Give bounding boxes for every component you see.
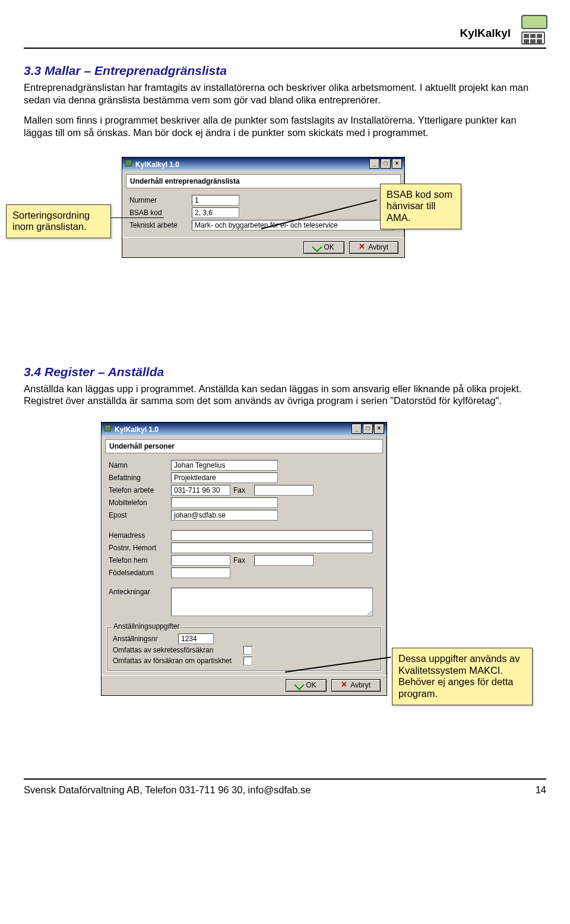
window-title: KylKalkyl 1.0	[135, 160, 179, 169]
cancel-button-2[interactable]: Avbryt	[331, 679, 381, 692]
label-tel-hem: Telefon hem	[109, 556, 171, 565]
cancel-label: Avbryt	[368, 243, 388, 251]
label-befattning: Befattning	[109, 474, 171, 482]
ok-button[interactable]: OK	[303, 241, 344, 254]
titlebar[interactable]: KylKalkyl 1.0 _ □ ×	[122, 157, 404, 171]
label-hemadress: Hemadress	[109, 531, 171, 540]
calculator-icon	[521, 15, 546, 43]
dialog-entreprenad: KylKalkyl 1.0 _ □ × Underhåll entreprena…	[122, 157, 405, 258]
app-icon	[125, 159, 132, 167]
label-postnr: Postnr, Hemort	[109, 544, 171, 552]
titlebar-2[interactable]: KylKalkyl 1.0 _ □ ×	[102, 422, 387, 436]
page-number: 14	[536, 784, 546, 796]
maximize-button[interactable]: □	[381, 159, 391, 169]
label-namn: Namn	[109, 461, 171, 469]
dialog-personer: KylKalkyl 1.0 _ □ × Underhåll personer N…	[101, 422, 387, 696]
dialog-heading: Underhåll entreprenadgränslista	[126, 174, 401, 188]
cancel-button[interactable]: Avbryt	[349, 241, 398, 254]
para-3-4-1: Anställda kan läggas upp i programmet. A…	[24, 383, 546, 407]
label-anstnr: Anställningsnr	[113, 635, 178, 643]
callout-bsab: BSAB kod som hänvisar till AMA.	[380, 184, 461, 229]
para-3-3-1: Entreprenadgränslistan har framtagits av…	[24, 81, 546, 106]
label-bsab: BSAB kod	[129, 209, 192, 217]
ok-label: OK	[306, 681, 316, 689]
label-fax: Fax	[230, 486, 254, 494]
para-3-3-2: Mallen som finns i programmet beskriver …	[24, 114, 546, 138]
label-fax2: Fax	[230, 556, 254, 565]
input-epost[interactable]	[171, 510, 278, 521]
figure-3-4: KylKalkyl 1.0 _ □ × Underhåll personer N…	[24, 422, 546, 755]
input-fax2[interactable]	[254, 555, 314, 566]
label-mobil: Mobiltelefon	[109, 499, 171, 507]
label-tekniskt: Tekniskt arbete	[129, 221, 192, 229]
input-bsab[interactable]	[192, 207, 239, 218]
maximize-button[interactable]: □	[363, 424, 373, 434]
input-fax[interactable]	[254, 485, 314, 496]
ok-label: OK	[324, 243, 334, 251]
input-postnr[interactable]	[171, 543, 373, 553]
ok-button-2[interactable]: OK	[286, 679, 327, 692]
figure-3-3: Sorteringsordning inom gränslistan. BSAB…	[24, 157, 546, 341]
heading-3-4: 3.4 Register – Anställda	[24, 365, 546, 379]
input-namn[interactable]	[171, 460, 278, 471]
close-button[interactable]: ×	[374, 424, 384, 434]
doc-title: KylKalkyl	[460, 27, 511, 40]
checkbox-sekretess[interactable]	[243, 646, 252, 655]
dialog2-heading: Underhåll personer	[105, 439, 383, 453]
input-anstnr[interactable]	[178, 633, 214, 644]
label-epost: Epost	[109, 511, 171, 519]
label-opartiskhet: Omfattas av försäkran om opartiskhet	[113, 657, 243, 665]
footer-text: Svensk Dataförvaltning AB, Telefon 031-7…	[24, 784, 311, 796]
input-hemadress[interactable]	[171, 530, 373, 541]
cancel-label: Avbryt	[350, 681, 370, 689]
page-footer: Svensk Dataförvaltning AB, Telefon 031-7…	[24, 778, 546, 796]
label-nummer: Nummer	[129, 196, 192, 204]
callout-sort-order: Sorteringsordning inom gränslistan.	[6, 204, 111, 239]
input-fodelsedatum[interactable]	[171, 567, 230, 578]
minimize-button[interactable]: _	[352, 424, 362, 434]
input-anteckningar[interactable]	[171, 588, 373, 616]
close-button[interactable]: ×	[392, 159, 402, 169]
minimize-button[interactable]: _	[369, 159, 379, 169]
label-fodelsedatum: Födelsedatum	[109, 569, 171, 577]
checkbox-opartiskhet[interactable]	[243, 657, 252, 666]
label-tel-arbete: Telefon arbete	[109, 486, 171, 494]
heading-3-3: 3.3 Mallar – Entreprenadgränslista	[24, 64, 546, 78]
app-icon	[104, 424, 112, 432]
callout-makci: Dessa uppgifter används av Kvalitetssyst…	[392, 648, 533, 705]
input-nummer[interactable]	[192, 195, 239, 206]
label-anteckningar: Anteckningar	[109, 588, 171, 596]
page-header: KylKalkyl	[24, 12, 546, 49]
input-tel-hem[interactable]	[171, 555, 230, 566]
input-tel-arbete[interactable]	[171, 485, 230, 496]
label-sekretess: Omfattas av sekretessförsäkran	[113, 646, 243, 654]
group-legend: Anställningsuppgifter	[112, 622, 181, 630]
input-befattning[interactable]	[171, 472, 278, 483]
input-mobil[interactable]	[171, 497, 278, 508]
window-title-2: KylKalkyl 1.0	[115, 425, 159, 434]
